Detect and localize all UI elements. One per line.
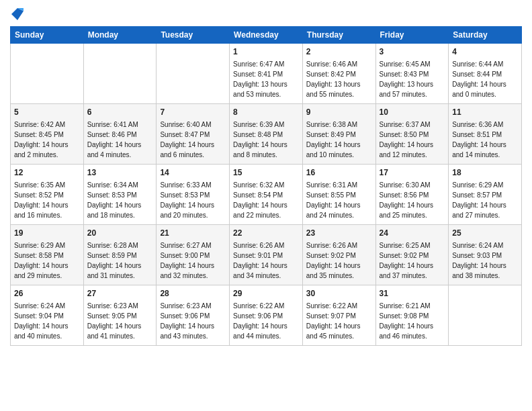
- day-info: Sunrise: 6:37 AM Sunset: 8:50 PM Dayligh…: [380, 120, 445, 160]
- calendar-cell: 2Sunrise: 6:46 AM Sunset: 8:42 PM Daylig…: [302, 44, 375, 104]
- calendar-cell: 3Sunrise: 6:45 AM Sunset: 8:43 PM Daylig…: [375, 44, 449, 104]
- day-number: 10: [380, 107, 445, 118]
- calendar-cell: 5Sunrise: 6:42 AM Sunset: 8:45 PM Daylig…: [11, 104, 84, 165]
- day-info: Sunrise: 6:42 AM Sunset: 8:45 PM Dayligh…: [14, 120, 80, 160]
- calendar-cell: 19Sunrise: 6:29 AM Sunset: 8:58 PM Dayli…: [11, 225, 84, 285]
- calendar-day-header: Monday: [83, 27, 157, 44]
- day-number: 28: [160, 288, 226, 300]
- calendar-day-header: Sunday: [11, 27, 84, 44]
- calendar-cell: 20Sunrise: 6:28 AM Sunset: 8:59 PM Dayli…: [83, 225, 157, 285]
- day-info: Sunrise: 6:22 AM Sunset: 9:06 PM Dayligh…: [233, 301, 299, 341]
- calendar-week-row: 5Sunrise: 6:42 AM Sunset: 8:45 PM Daylig…: [11, 104, 522, 165]
- calendar-cell: 24Sunrise: 6:25 AM Sunset: 9:02 PM Dayli…: [375, 225, 449, 285]
- calendar-cell: [449, 285, 522, 346]
- calendar-header-row: SundayMondayTuesdayWednesdayThursdayFrid…: [11, 27, 522, 44]
- day-info: Sunrise: 6:31 AM Sunset: 8:55 PM Dayligh…: [306, 180, 372, 220]
- day-number: 16: [306, 167, 372, 179]
- day-info: Sunrise: 6:45 AM Sunset: 8:43 PM Dayligh…: [380, 59, 445, 99]
- calendar-cell: 31Sunrise: 6:21 AM Sunset: 9:08 PM Dayli…: [375, 285, 449, 346]
- day-info: Sunrise: 6:46 AM Sunset: 8:42 PM Dayligh…: [306, 59, 372, 99]
- calendar-cell: 26Sunrise: 6:24 AM Sunset: 9:04 PM Dayli…: [11, 285, 84, 346]
- day-number: 5: [14, 107, 80, 118]
- calendar-cell: 25Sunrise: 6:24 AM Sunset: 9:03 PM Dayli…: [449, 225, 522, 285]
- day-number: 26: [14, 288, 80, 300]
- calendar-cell: 29Sunrise: 6:22 AM Sunset: 9:06 PM Dayli…: [230, 285, 303, 346]
- calendar-cell: 30Sunrise: 6:22 AM Sunset: 9:07 PM Dayli…: [302, 285, 375, 346]
- day-info: Sunrise: 6:26 AM Sunset: 9:02 PM Dayligh…: [306, 240, 372, 281]
- day-info: Sunrise: 6:24 AM Sunset: 9:04 PM Dayligh…: [14, 301, 80, 341]
- day-info: Sunrise: 6:33 AM Sunset: 8:53 PM Dayligh…: [160, 180, 226, 220]
- day-number: 18: [452, 167, 518, 179]
- calendar-week-row: 1Sunrise: 6:47 AM Sunset: 8:41 PM Daylig…: [11, 44, 522, 104]
- logo-icon: [11, 8, 24, 20]
- calendar-cell: 27Sunrise: 6:23 AM Sunset: 9:05 PM Dayli…: [83, 285, 157, 346]
- day-number: 22: [233, 228, 299, 239]
- day-info: Sunrise: 6:34 AM Sunset: 8:53 PM Dayligh…: [87, 180, 153, 220]
- day-number: 24: [380, 228, 445, 239]
- calendar-cell: 15Sunrise: 6:32 AM Sunset: 8:54 PM Dayli…: [230, 165, 303, 225]
- calendar-cell: [83, 44, 157, 104]
- day-number: 11: [452, 107, 518, 118]
- day-info: Sunrise: 6:32 AM Sunset: 8:54 PM Dayligh…: [233, 180, 299, 220]
- day-info: Sunrise: 6:23 AM Sunset: 9:06 PM Dayligh…: [160, 301, 226, 341]
- day-number: 21: [160, 228, 226, 239]
- calendar-week-row: 26Sunrise: 6:24 AM Sunset: 9:04 PM Dayli…: [11, 285, 522, 346]
- day-number: 29: [233, 288, 299, 300]
- day-info: Sunrise: 6:44 AM Sunset: 8:44 PM Dayligh…: [452, 59, 518, 99]
- calendar-cell: 23Sunrise: 6:26 AM Sunset: 9:02 PM Dayli…: [302, 225, 375, 285]
- day-number: 7: [160, 107, 226, 118]
- day-number: 8: [233, 107, 299, 118]
- calendar-cell: 9Sunrise: 6:38 AM Sunset: 8:49 PM Daylig…: [302, 104, 375, 165]
- calendar-week-row: 12Sunrise: 6:35 AM Sunset: 8:52 PM Dayli…: [11, 165, 522, 225]
- day-number: 6: [87, 107, 153, 118]
- calendar-table: SundayMondayTuesdayWednesdayThursdayFrid…: [10, 26, 522, 346]
- calendar-cell: 11Sunrise: 6:36 AM Sunset: 8:51 PM Dayli…: [449, 104, 522, 165]
- day-info: Sunrise: 6:29 AM Sunset: 8:57 PM Dayligh…: [452, 180, 518, 220]
- calendar-cell: 18Sunrise: 6:29 AM Sunset: 8:57 PM Dayli…: [449, 165, 522, 225]
- day-number: 30: [306, 288, 372, 300]
- day-info: Sunrise: 6:24 AM Sunset: 9:03 PM Dayligh…: [452, 240, 518, 281]
- day-number: 3: [380, 46, 445, 58]
- calendar-cell: [11, 44, 84, 104]
- calendar-day-header: Wednesday: [230, 27, 303, 44]
- day-info: Sunrise: 6:39 AM Sunset: 8:48 PM Dayligh…: [233, 120, 299, 160]
- day-number: 27: [87, 288, 153, 300]
- page-header: [10, 7, 522, 21]
- day-info: Sunrise: 6:35 AM Sunset: 8:52 PM Dayligh…: [14, 180, 80, 220]
- day-info: Sunrise: 6:23 AM Sunset: 9:05 PM Dayligh…: [87, 301, 153, 341]
- day-number: 9: [306, 107, 372, 118]
- calendar-cell: 13Sunrise: 6:34 AM Sunset: 8:53 PM Dayli…: [83, 165, 157, 225]
- day-info: Sunrise: 6:26 AM Sunset: 9:01 PM Dayligh…: [233, 240, 299, 281]
- calendar-cell: 17Sunrise: 6:30 AM Sunset: 8:56 PM Dayli…: [375, 165, 449, 225]
- calendar-cell: [157, 44, 230, 104]
- day-info: Sunrise: 6:21 AM Sunset: 9:08 PM Dayligh…: [380, 301, 445, 341]
- calendar-cell: 8Sunrise: 6:39 AM Sunset: 8:48 PM Daylig…: [230, 104, 303, 165]
- day-info: Sunrise: 6:22 AM Sunset: 9:07 PM Dayligh…: [306, 301, 372, 341]
- calendar-cell: 1Sunrise: 6:47 AM Sunset: 8:41 PM Daylig…: [230, 44, 303, 104]
- day-info: Sunrise: 6:36 AM Sunset: 8:51 PM Dayligh…: [452, 120, 518, 160]
- day-number: 14: [160, 167, 226, 179]
- day-info: Sunrise: 6:30 AM Sunset: 8:56 PM Dayligh…: [380, 180, 445, 220]
- day-info: Sunrise: 6:40 AM Sunset: 8:47 PM Dayligh…: [160, 120, 226, 160]
- calendar-cell: 16Sunrise: 6:31 AM Sunset: 8:55 PM Dayli…: [302, 165, 375, 225]
- calendar-cell: 6Sunrise: 6:41 AM Sunset: 8:46 PM Daylig…: [83, 104, 157, 165]
- calendar-cell: 21Sunrise: 6:27 AM Sunset: 9:00 PM Dayli…: [157, 225, 230, 285]
- day-number: 4: [452, 46, 518, 58]
- calendar-cell: 22Sunrise: 6:26 AM Sunset: 9:01 PM Dayli…: [230, 225, 303, 285]
- calendar-cell: 28Sunrise: 6:23 AM Sunset: 9:06 PM Dayli…: [157, 285, 230, 346]
- day-number: 31: [380, 288, 445, 300]
- calendar-cell: 14Sunrise: 6:33 AM Sunset: 8:53 PM Dayli…: [157, 165, 230, 225]
- calendar-day-header: Friday: [375, 27, 449, 44]
- day-number: 12: [14, 167, 80, 179]
- day-info: Sunrise: 6:38 AM Sunset: 8:49 PM Dayligh…: [306, 120, 372, 160]
- day-number: 1: [233, 46, 299, 58]
- day-info: Sunrise: 6:47 AM Sunset: 8:41 PM Dayligh…: [233, 59, 299, 99]
- day-number: 13: [87, 167, 153, 179]
- calendar-day-header: Tuesday: [157, 27, 230, 44]
- day-info: Sunrise: 6:28 AM Sunset: 8:59 PM Dayligh…: [87, 240, 153, 281]
- logo: [10, 7, 24, 21]
- calendar-cell: 7Sunrise: 6:40 AM Sunset: 8:47 PM Daylig…: [157, 104, 230, 165]
- day-number: 25: [452, 228, 518, 239]
- calendar-day-header: Thursday: [302, 27, 375, 44]
- calendar-cell: 4Sunrise: 6:44 AM Sunset: 8:44 PM Daylig…: [449, 44, 522, 104]
